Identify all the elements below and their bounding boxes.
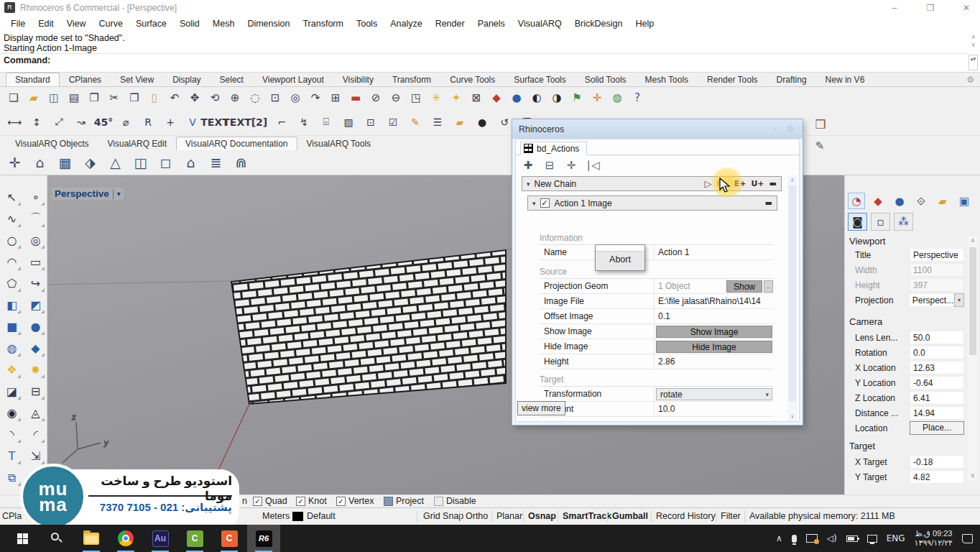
tab-render-tools[interactable]: Render Tools [698, 73, 767, 86]
audition-button[interactable]: Au [144, 525, 177, 552]
zoom-window-icon[interactable]: ⊡ [266, 89, 285, 107]
rhino-render-icon[interactable]: ◆ [487, 89, 506, 107]
lock-icon[interactable]: ⊠ [467, 89, 486, 107]
undo-icon[interactable]: ↶ [165, 89, 184, 107]
abort-button[interactable]: Abort [596, 252, 644, 264]
toggle-grid-snap[interactable]: Grid Snap [423, 511, 463, 521]
lens-length-value[interactable]: 50.0 [910, 331, 964, 344]
show-button[interactable]: Show [726, 280, 762, 293]
object-snap-icon[interactable]: ✳ [427, 89, 445, 107]
lock-objects-icon[interactable]: ⊖ [387, 89, 405, 107]
control-curve-icon[interactable]: ∿ [3, 210, 22, 228]
file-explorer-button[interactable] [75, 525, 108, 552]
brickdesign-pen-icon[interactable]: ✎ [809, 137, 831, 155]
action-row[interactable]: ▾ ✓ Action 1 Image ▬ [527, 196, 777, 211]
checkbox-empty-icon[interactable] [434, 497, 443, 506]
split-icon[interactable]: ⊟ [27, 382, 45, 400]
select-annotations-icon[interactable]: ⊡ [361, 111, 381, 133]
x-target-value[interactable]: -0.18 [910, 455, 964, 469]
remove-chain-icon[interactable]: ⊟ [542, 158, 558, 172]
dim-vertical-icon[interactable]: ↕ [27, 111, 47, 133]
tab-cplanes[interactable]: CPlanes [60, 73, 111, 86]
command-spinner[interactable]: ▴▾ [969, 55, 978, 70]
folder-tab-icon[interactable]: ▰ [934, 193, 951, 209]
save-icon[interactable]: ◫ [45, 89, 63, 107]
render-preview-icon[interactable]: ◐ [527, 89, 546, 107]
menu-analyze[interactable]: Analyze [384, 17, 428, 30]
language-indicator[interactable]: ENG [887, 533, 905, 543]
black-sphere-icon[interactable]: ● [472, 111, 492, 133]
scroll-up-icon[interactable]: ∧ [787, 177, 798, 183]
sun-icon[interactable]: ◑ [547, 89, 566, 107]
toggle-smarttrack[interactable]: SmartTrack [563, 511, 611, 521]
gear-icon[interactable]: ⚙ [966, 75, 974, 85]
camtasia-orange-button[interactable]: C [213, 525, 246, 552]
layers-icon[interactable]: ◳ [407, 89, 425, 107]
surface-icon[interactable]: ◧ [3, 296, 22, 314]
tray-expand-icon[interactable]: ∧ [776, 533, 782, 543]
clock[interactable]: 09:23 ق.ظ ۱۳۹۹/۱۲/۲۴ [915, 529, 953, 548]
print-icon[interactable]: ▤ [65, 89, 83, 107]
arc-icon[interactable]: ◠ [3, 253, 22, 271]
technical-display-icon[interactable]: ⁂ [894, 213, 913, 231]
tab-set-view[interactable]: Set View [111, 73, 163, 86]
section-mark-icon[interactable]: △ [105, 152, 126, 173]
earth-icon[interactable]: ◍ [608, 89, 627, 107]
revision-cloud-icon[interactable]: ↯ [294, 111, 314, 133]
new-file-icon[interactable]: ❏ [4, 89, 23, 107]
collapse-icon[interactable]: ▬ [769, 179, 777, 188]
toggle-ortho[interactable]: Ortho [466, 511, 488, 521]
torus-icon[interactable]: ◍ [3, 339, 22, 357]
units-label[interactable]: Meters [262, 511, 290, 521]
microphone-icon[interactable] [792, 535, 797, 543]
toggle-gumball[interactable]: Gumball [612, 511, 648, 521]
blend-icon[interactable]: ◜ [27, 426, 45, 443]
tab-new-in-v6[interactable]: New in V6 [816, 73, 874, 86]
tab-transform[interactable]: Transform [383, 73, 440, 86]
dim-plus-icon[interactable]: + [160, 111, 180, 133]
chevron-down-icon[interactable]: ▾ [532, 200, 536, 207]
e-plus-icon[interactable]: E+ [734, 179, 746, 188]
checkbox-filled-icon[interactable] [384, 497, 393, 506]
tab-visualarq-edit[interactable]: VisualARQ Edit [98, 137, 176, 150]
cut-icon[interactable]: ✂ [105, 89, 124, 107]
y-target-value[interactable]: 4.82 [910, 470, 964, 484]
help-icon[interactable]: ? [628, 89, 647, 107]
tab-standard[interactable]: Standard [6, 73, 60, 86]
name-value[interactable]: Action 1 [655, 245, 774, 259]
text-icon[interactable]: TEXT [205, 111, 225, 133]
menu-view[interactable]: View [60, 17, 93, 30]
search-button[interactable] [40, 525, 73, 552]
rotation-value[interactable]: 0.0 [910, 346, 964, 359]
curtain-wall-icon[interactable]: ⋒ [231, 152, 251, 173]
history-scroll-down-icon[interactable]: ∨ [971, 41, 976, 48]
add-chain-icon[interactable]: ✚ [520, 158, 536, 172]
properties-tab-icon[interactable]: ◔ [848, 193, 865, 209]
speaker-icon[interactable]: ◁) [827, 533, 837, 543]
tab-viewport-layout[interactable]: Viewport Layout [253, 73, 333, 86]
four-viewports-icon[interactable]: ⊞ [326, 89, 345, 107]
chain-row[interactable]: ▾ New Chain ▷ P+ E+ U+ ▬ [522, 176, 782, 191]
place-camera-button[interactable]: Place... [910, 421, 964, 435]
distance-value[interactable]: 14.94 [910, 406, 964, 420]
menu-transform[interactable]: Transform [296, 17, 350, 30]
offset-image-value[interactable]: 0.1 [655, 309, 774, 323]
history-scroll-up-icon[interactable]: ∧ [971, 33, 976, 40]
tab-select[interactable]: Select [211, 73, 253, 86]
transformation-dropdown[interactable]: rotate ▾ [656, 388, 772, 400]
hatch-icon[interactable]: ▨ [338, 111, 359, 133]
menu-brickdesign[interactable]: BrickDesign [568, 17, 629, 30]
play-chain-icon[interactable]: ▷ [704, 178, 711, 189]
tab-curve-tools[interactable]: Curve Tools [440, 73, 504, 86]
check-flag-icon[interactable]: ⚑ [568, 89, 586, 107]
pan-icon[interactable]: ✥ [185, 89, 204, 107]
add-action-icon[interactable]: ✛ [563, 158, 579, 172]
osnap-knot[interactable]: ✓ Knot [296, 496, 327, 506]
minimize-button[interactable]: – [884, 1, 905, 14]
tag-icon[interactable]: ⬗ [80, 152, 101, 173]
rhino-tab-icon[interactable]: ◆ [869, 193, 887, 209]
menu-solid[interactable]: Solid [173, 17, 206, 30]
trim-icon[interactable]: ◪ [3, 382, 22, 400]
gem-icon[interactable]: ◆ [27, 339, 45, 357]
boolean-union-icon[interactable]: ◉ [3, 404, 22, 422]
